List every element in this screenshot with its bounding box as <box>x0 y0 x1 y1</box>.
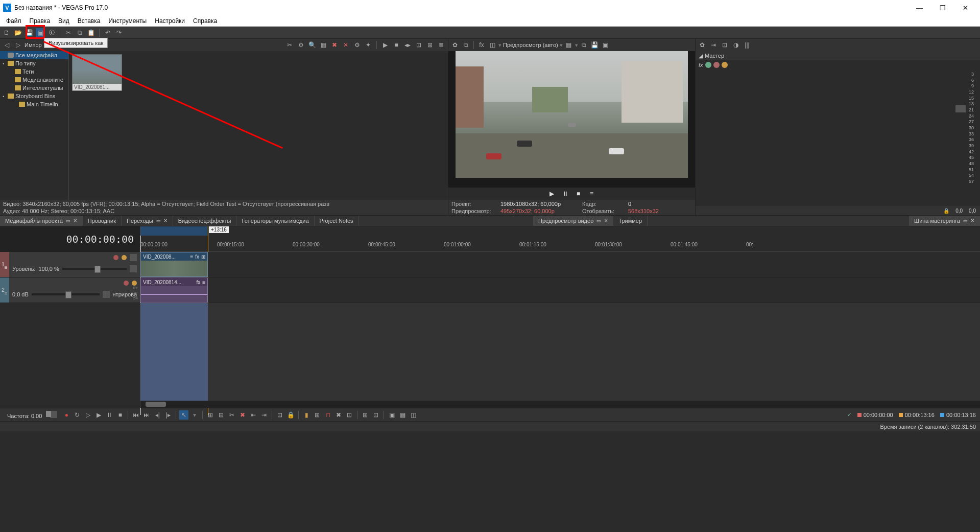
mute-solo-icon[interactable] <box>961 105 966 112</box>
tab-video-preview[interactable]: Предпросмотр видео▭× <box>533 216 613 226</box>
fx-slot-icon[interactable] <box>722 62 728 68</box>
open-project-icon[interactable]: 📂 <box>13 28 22 37</box>
media-thumbnail[interactable]: VID_2020081... <box>72 54 122 91</box>
tool-icon[interactable]: ⊞ <box>361 410 370 420</box>
preview-fx-icon[interactable]: fx <box>477 40 486 50</box>
track-fx-icon[interactable] <box>122 255 127 260</box>
trim-start-icon[interactable]: ⇤ <box>249 410 258 420</box>
volume-slider[interactable] <box>32 293 100 295</box>
tree-storyboard-bins[interactable]: ▪Storyboard Bins <box>0 92 68 100</box>
audio-track-lane[interactable]: VID_20200814...fx≡ <box>140 277 980 303</box>
media-remove-icon[interactable]: ✖ <box>330 40 339 50</box>
tree-media-drives[interactable]: Медианакопите <box>0 76 68 84</box>
track-fx-icon[interactable] <box>132 281 137 286</box>
media-tb-icon[interactable]: ◂▸ <box>403 40 412 50</box>
clip-menu-icon[interactable]: ≡ <box>190 254 193 260</box>
menu-insert[interactable]: Вставка <box>74 16 105 26</box>
mute-button[interactable] <box>103 291 110 298</box>
marker-icon[interactable]: ▮ <box>302 410 311 420</box>
preview-menu-icon[interactable]: ≡ <box>587 189 596 198</box>
clip-pan-icon[interactable]: ⊞ <box>201 254 205 260</box>
tab-explorer[interactable]: Проводник <box>83 216 122 226</box>
media-tb-icon[interactable]: ⊡ <box>414 40 423 50</box>
preview-overlays-icon[interactable]: ▦ <box>564 40 573 50</box>
tab-close-icon[interactable]: × <box>971 217 974 224</box>
save-project-icon[interactable]: 💾 <box>25 28 34 37</box>
preview-quality-label[interactable]: Предпросмотр (авто) <box>503 42 558 48</box>
preview-split-icon[interactable]: ◫ <box>488 40 497 50</box>
new-project-icon[interactable]: 🗋 <box>2 28 11 37</box>
tool-icon[interactable]: ⊟ <box>217 410 226 420</box>
trim-end-icon[interactable]: ⇥ <box>259 410 269 420</box>
scrollbar-thumb[interactable] <box>146 402 166 407</box>
copy-icon[interactable]: ⧉ <box>75 28 84 37</box>
media-tb-icon[interactable]: ≣ <box>437 40 446 50</box>
go-start-icon[interactable]: ⏮ <box>131 410 140 420</box>
loop-icon[interactable]: ↻ <box>73 410 82 420</box>
master-tuner-icon[interactable]: ||| <box>743 40 752 50</box>
clip-fx-icon[interactable]: fx <box>196 280 200 285</box>
media-delete-icon[interactable]: ✕ <box>341 40 350 50</box>
tab-close-icon[interactable]: × <box>164 217 168 224</box>
preview-save-icon[interactable]: 💾 <box>590 40 600 50</box>
clip-menu-icon[interactable]: ≡ <box>202 280 205 285</box>
go-end-icon[interactable]: ⏭ <box>142 410 151 420</box>
preview-pause-icon[interactable]: ⏸ <box>561 189 570 198</box>
preview-tb-icon[interactable]: ▣ <box>601 40 610 50</box>
menu-view[interactable]: Вид <box>54 16 74 26</box>
tab-project-media[interactable]: Медиафайлы проекта▭× <box>0 216 83 226</box>
tool-icon[interactable]: ⊡ <box>371 410 380 420</box>
pause-icon[interactable]: ⏸ <box>105 410 114 420</box>
media-tb-icon[interactable]: ⚙ <box>296 40 305 50</box>
fx-slot-icon[interactable] <box>713 62 720 68</box>
video-track-header[interactable]: Уровень: 100,0 % <box>9 252 140 277</box>
media-tb-icon[interactable]: ✦ <box>364 40 373 50</box>
record-icon[interactable]: ● <box>62 410 71 420</box>
edit-tool-icon[interactable]: ↖ <box>179 410 188 420</box>
tool-icon[interactable]: ⊡ <box>275 410 284 420</box>
media-tb-icon[interactable]: ⊞ <box>425 40 435 50</box>
menu-settings[interactable]: Настройки <box>151 16 189 26</box>
preview-copy-icon[interactable]: ⧉ <box>580 40 589 50</box>
lock-icon[interactable]: 🔒 <box>943 208 949 214</box>
selection-end-time[interactable]: 00:00:13:16 <box>899 412 935 418</box>
snap-icon[interactable]: ⊓ <box>323 410 332 420</box>
audio-clip[interactable]: VID_20200814...fx≡ <box>140 277 208 303</box>
loop-region[interactable] <box>140 226 208 236</box>
import-label[interactable]: Импор <box>25 42 42 48</box>
audio-track-header[interactable]: 0,0 dB нтрирова 18: 36: 54 <box>9 277 140 303</box>
tab-media-generators[interactable]: Генераторы мультимедиа <box>236 216 314 226</box>
menu-tools[interactable]: Инструменты <box>104 16 151 26</box>
media-tb-icon[interactable]: ▦ <box>319 40 328 50</box>
timeline-scrollbar[interactable] <box>140 401 980 408</box>
tree-main-timeline[interactable]: Main Timelin <box>0 100 68 108</box>
master-tb-icon[interactable]: ⊡ <box>720 40 729 50</box>
tab-trimmer[interactable]: Триммер <box>613 216 648 226</box>
maximize-button[interactable]: ❐ <box>931 0 954 15</box>
mute-button[interactable] <box>130 254 137 261</box>
clip-fx-icon[interactable]: fx <box>195 254 199 260</box>
media-tb-icon[interactable]: ✂ <box>285 40 294 50</box>
remove-icon[interactable]: ✖ <box>238 410 247 420</box>
media-tree[interactable]: Все медиафайл ▪По типу Теги Медианакопит… <box>0 51 69 200</box>
tool-icon[interactable]: ▾ <box>190 410 199 420</box>
track-number[interactable]: 1≡ <box>0 252 9 277</box>
tree-all-media[interactable]: Все медиафайл <box>0 51 68 59</box>
preview-stop-icon[interactable]: ■ <box>574 189 583 198</box>
cursor-time[interactable]: 00:00:00:00 <box>857 412 893 418</box>
tool-icon[interactable]: ⊡ <box>345 410 354 420</box>
tool-icon[interactable]: ⊞ <box>206 410 215 420</box>
play-icon[interactable]: ▶ <box>94 410 103 420</box>
level-slider[interactable] <box>62 268 127 270</box>
track-number[interactable]: 2≡ <box>0 277 9 303</box>
play-from-start-icon[interactable]: ▷ <box>83 410 92 420</box>
tab-project-notes[interactable]: Project Notes <box>315 216 359 226</box>
tool-icon[interactable]: ✂ <box>227 410 236 420</box>
master-dim-icon[interactable]: ◑ <box>731 40 740 50</box>
preview-external-icon[interactable]: ⧉ <box>461 40 470 50</box>
rate-reset-button[interactable] <box>50 411 57 418</box>
stop-icon[interactable]: ■ <box>115 410 125 420</box>
media-tb-icon[interactable]: 🔍 <box>307 40 317 50</box>
tree-smart[interactable]: Интеллектуалы <box>0 84 68 92</box>
fx-icon[interactable]: fx <box>699 62 703 68</box>
